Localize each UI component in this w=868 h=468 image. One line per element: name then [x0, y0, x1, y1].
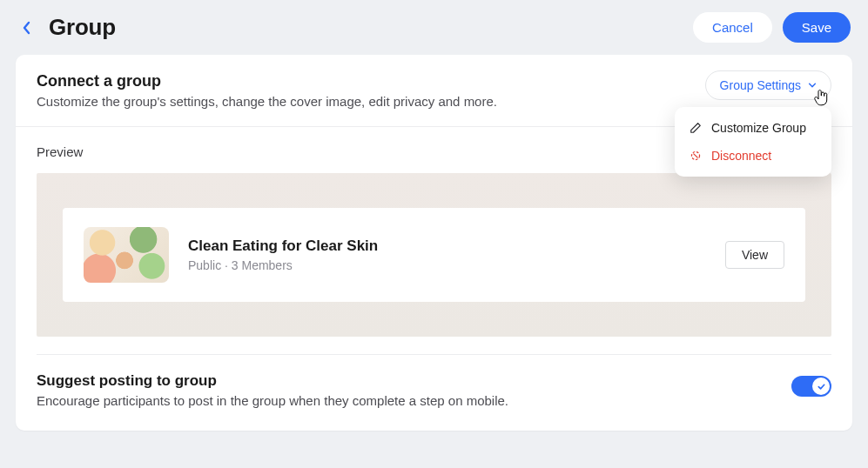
pencil-icon	[689, 121, 703, 135]
suggest-posting-section: Suggest posting to group Encourage parti…	[16, 355, 852, 431]
preview-area: Clean Eating for Clear Skin Public · 3 M…	[37, 173, 831, 337]
suggest-heading: Suggest posting to group	[37, 372, 774, 390]
suggest-subtext: Encourage participants to post in the gr…	[37, 393, 774, 408]
dropdown-customize-label: Customize Group	[711, 121, 806, 135]
connect-group-section: Connect a group Customize the group's se…	[16, 55, 852, 127]
dropdown-disconnect-label: Disconnect	[711, 149, 771, 163]
group-info: Clean Eating for Clear Skin Public · 3 M…	[188, 237, 706, 272]
group-settings-dropdown: Customize Group Disconnect	[675, 107, 831, 177]
suggest-posting-toggle[interactable]	[791, 376, 831, 397]
chevron-down-icon	[808, 81, 817, 90]
chevron-left-icon	[22, 21, 32, 35]
group-name: Clean Eating for Clear Skin	[188, 237, 706, 255]
settings-card: Connect a group Customize the group's se…	[16, 55, 852, 431]
group-meta: Public · 3 Members	[188, 258, 706, 272]
check-icon	[817, 382, 826, 391]
save-button[interactable]: Save	[783, 12, 851, 43]
group-settings-button[interactable]: Group Settings	[705, 70, 831, 100]
toggle-knob	[812, 378, 830, 395]
group-cover-image	[84, 227, 169, 283]
group-preview-card: Clean Eating for Clear Skin Public · 3 M…	[63, 208, 805, 302]
dropdown-customize-group[interactable]: Customize Group	[675, 114, 831, 142]
dropdown-disconnect[interactable]: Disconnect	[675, 142, 831, 170]
view-group-button[interactable]: View	[725, 241, 784, 269]
group-settings-label: Group Settings	[720, 78, 801, 92]
page-title: Group	[49, 14, 693, 41]
back-button[interactable]	[17, 18, 37, 37]
disconnect-icon	[689, 149, 703, 163]
cancel-button[interactable]: Cancel	[693, 12, 772, 43]
